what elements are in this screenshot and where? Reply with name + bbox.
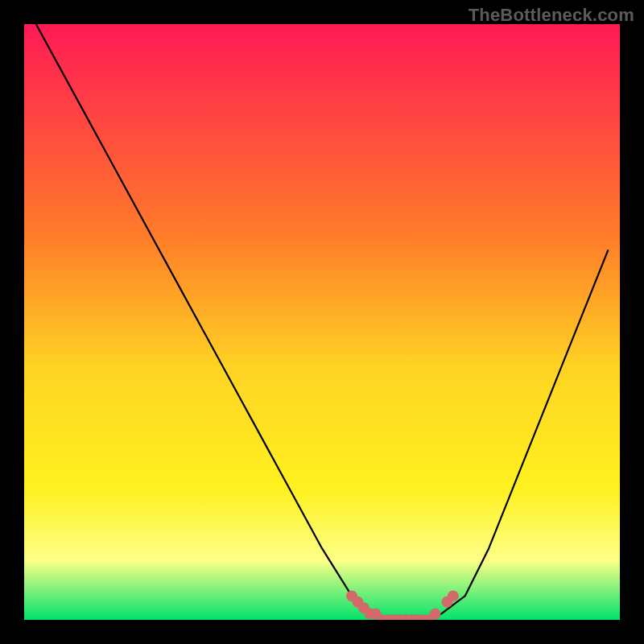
gradient-background xyxy=(24,24,620,620)
marker-dot xyxy=(430,609,441,620)
outer-frame: TheBottleneck.com xyxy=(0,0,644,644)
plot-area xyxy=(24,24,620,620)
chart-svg xyxy=(24,24,620,620)
marker-dot xyxy=(448,590,459,601)
watermark-text: TheBottleneck.com xyxy=(469,5,634,26)
